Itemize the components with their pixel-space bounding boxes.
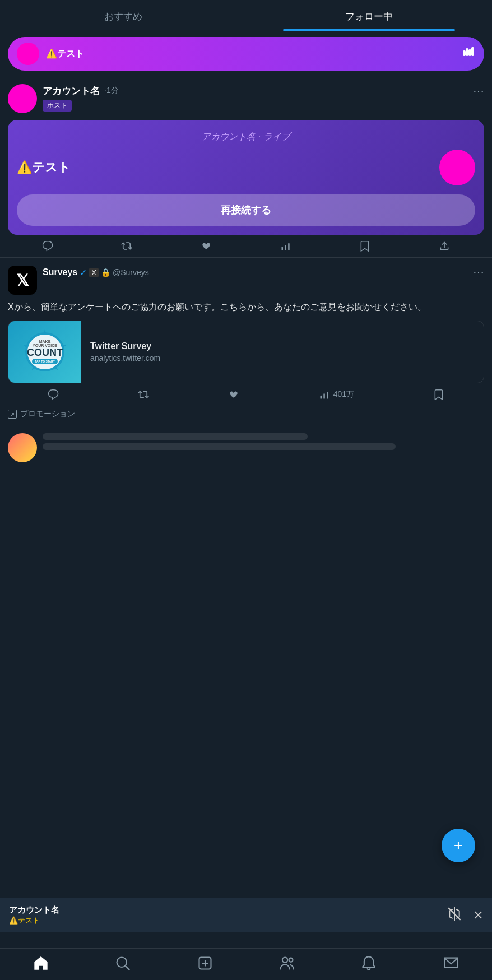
survey-avatar: 𝕏 xyxy=(8,266,37,295)
survey-views-count: 401万 xyxy=(333,389,354,400)
close-audio-button[interactable]: ✕ xyxy=(473,908,483,923)
tweet-meta: アカウント名 ·1分 ⋯ ホスト xyxy=(43,84,484,112)
survey-retweet-icon xyxy=(138,389,149,400)
messages-icon xyxy=(443,955,459,971)
share-icon xyxy=(439,240,450,252)
survey-tweet-card: 𝕏 Surveys ✓ X 🔒 @Surveys ⋯ Xから、簡単なアンケートへ… xyxy=(0,258,492,425)
spaces-tweet-card: アカウント名 ·1分 ⋯ ホスト アカウント名 · ライブ ⚠️テスト 再接続す… xyxy=(0,76,492,258)
notifications-icon xyxy=(361,955,377,971)
feed: ⚠️テスト アカウント名 ·1分 ⋯ ホスト xyxy=(0,37,492,574)
bottom-audio-bar: アカウント名 ⚠️テスト ✕ xyxy=(0,898,492,932)
survey-views-icon xyxy=(319,389,330,400)
survey-badge: MAKE YOUR VOICE COUNT TAP TO START xyxy=(20,327,70,377)
tweet-time: ·1分 xyxy=(104,86,119,96)
svg-rect-2 xyxy=(469,50,471,55)
nav-home[interactable] xyxy=(33,955,49,971)
x-badge: X xyxy=(89,268,99,277)
survey-bookmark-icon xyxy=(433,389,444,400)
home-icon xyxy=(33,955,49,971)
svg-rect-1 xyxy=(466,49,468,55)
share-action[interactable] xyxy=(439,240,450,252)
tweet-avatar xyxy=(8,84,37,113)
bookmark-action[interactable] xyxy=(359,240,370,252)
survey-body-text: Xから、簡単なアンケートへのご協力のお願いです。こちらから、あなたのご意見をお聞… xyxy=(8,300,484,314)
reply-action[interactable] xyxy=(42,240,53,252)
survey-badge-circle: MAKE YOUR VOICE COUNT TAP TO START xyxy=(25,332,64,371)
survey-like-action[interactable] xyxy=(228,389,239,400)
compose-icon xyxy=(197,955,213,971)
spaces-card-body: ⚠️テスト xyxy=(17,150,475,185)
svg-rect-6 xyxy=(288,243,290,250)
partial-tweet xyxy=(0,425,492,462)
svg-line-12 xyxy=(126,966,129,969)
verified-badge-icon: ✓ xyxy=(80,267,87,278)
like-action[interactable] xyxy=(201,240,212,252)
nav-notifications[interactable] xyxy=(361,955,377,971)
survey-account-name: Surveys xyxy=(43,267,77,277)
bookmark-icon xyxy=(359,240,370,252)
bottom-audio-actions: ✕ xyxy=(447,907,483,925)
svg-point-11 xyxy=(117,958,127,968)
badge-count-text: COUNT xyxy=(27,347,63,357)
tweet-name: アカウント名 xyxy=(43,85,100,97)
svg-rect-3 xyxy=(472,48,474,55)
reply-icon xyxy=(42,240,53,252)
nav-messages[interactable] xyxy=(443,955,459,971)
svg-rect-5 xyxy=(285,245,286,250)
survey-card-link[interactable]: MAKE YOUR VOICE COUNT TAP TO START Twitt… xyxy=(8,321,484,383)
bottom-audio-info: アカウント名 ⚠️テスト xyxy=(9,905,447,926)
survey-name-row: Surveys ✓ X 🔒 @Surveys ⋯ xyxy=(43,266,484,279)
svg-rect-9 xyxy=(327,392,328,399)
retweet-action[interactable] xyxy=(121,240,132,252)
survey-more-button[interactable]: ⋯ xyxy=(473,266,484,279)
svg-point-15 xyxy=(289,958,293,962)
nav-search[interactable] xyxy=(115,955,131,971)
survey-header: 𝕏 Surveys ✓ X 🔒 @Surveys ⋯ xyxy=(8,266,484,295)
survey-tweet-actions: 401万 xyxy=(8,383,484,406)
survey-reply-action[interactable] xyxy=(48,389,59,400)
survey-card-url: analytics.twitter.com xyxy=(90,354,475,363)
tweet-actions xyxy=(8,235,484,257)
live-audio-banner[interactable]: ⚠️テスト xyxy=(8,37,484,71)
nav-compose[interactable] xyxy=(197,955,213,971)
promo-icon: ↗ xyxy=(8,410,17,419)
svg-rect-8 xyxy=(323,393,325,398)
spaces-card-subtitle: アカウント名 · ライブ xyxy=(17,131,475,143)
lock-icon: 🔒 xyxy=(101,268,110,277)
promo-label: プロモーション xyxy=(20,409,75,419)
people-icon xyxy=(279,955,295,971)
spaces-card[interactable]: アカウント名 · ライブ ⚠️テスト 再接続する xyxy=(8,120,484,235)
survey-handle: @Surveys xyxy=(113,268,149,277)
tab-following[interactable]: フォロー中 xyxy=(246,0,492,31)
views-action[interactable] xyxy=(280,240,291,252)
retweet-icon xyxy=(121,240,132,252)
svg-point-14 xyxy=(282,958,287,963)
tab-recommended[interactable]: おすすめ xyxy=(0,0,246,31)
audio-bars-icon xyxy=(463,47,475,62)
survey-card-title: Twitter Survey xyxy=(90,341,475,351)
svg-rect-7 xyxy=(320,396,322,399)
survey-retweet-action[interactable] xyxy=(138,389,149,400)
mute-button[interactable] xyxy=(447,907,462,925)
badge-tap-text: TAP TO START xyxy=(32,359,57,364)
bottom-nav xyxy=(0,948,492,980)
survey-reply-icon xyxy=(48,389,59,400)
top-tabs: おすすめ フォロー中 xyxy=(0,0,492,31)
nav-people[interactable] xyxy=(279,955,295,971)
tweet-name-row: アカウント名 ·1分 ⋯ xyxy=(43,84,484,97)
bottom-audio-subtitle: ⚠️テスト xyxy=(9,916,447,926)
survey-card-image: MAKE YOUR VOICE COUNT TAP TO START xyxy=(8,321,81,383)
tweet-more-button[interactable]: ⋯ xyxy=(473,84,484,97)
survey-bookmark-action[interactable] xyxy=(433,389,444,400)
reconnect-button[interactable]: 再接続する xyxy=(17,194,475,226)
bottom-audio-account-name: アカウント名 xyxy=(9,905,447,916)
partial-tweet-content xyxy=(43,433,484,450)
tweet-header: アカウント名 ·1分 ⋯ ホスト xyxy=(8,84,484,113)
compose-fab[interactable]: + xyxy=(442,829,475,862)
survey-like-icon xyxy=(228,389,239,400)
promo-row: ↗ プロモーション xyxy=(8,406,484,425)
svg-rect-4 xyxy=(281,247,283,250)
survey-views-action[interactable]: 401万 xyxy=(319,389,354,400)
spaces-card-warning-text: ⚠️テスト xyxy=(17,159,439,176)
search-icon xyxy=(115,955,131,971)
